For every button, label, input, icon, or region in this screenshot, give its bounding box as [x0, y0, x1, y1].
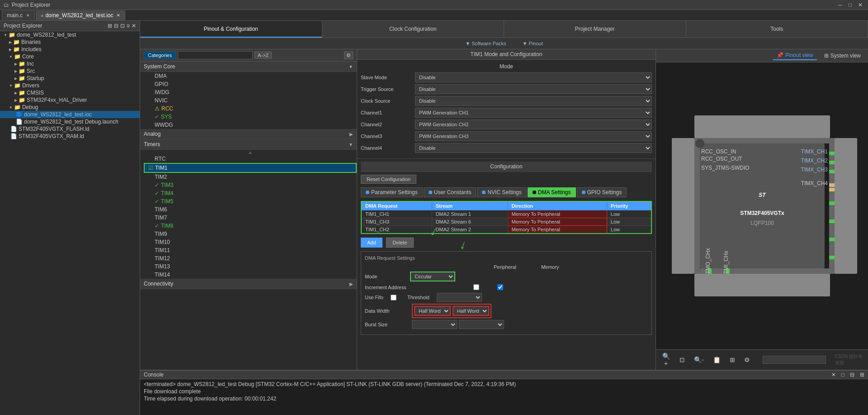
- sub-pinout[interactable]: ▼ Pinout: [519, 40, 547, 47]
- tab-close-icon[interactable]: ✕: [26, 13, 30, 18]
- item-tim9[interactable]: TIM9: [144, 230, 357, 238]
- channel4-select[interactable]: Disable: [415, 143, 652, 153]
- sidebar-icon-5[interactable]: ✕: [132, 23, 136, 29]
- item-tim10[interactable]: TIM10: [144, 238, 357, 246]
- maximize-icon[interactable]: □: [847, 2, 854, 8]
- settings-button[interactable]: ⚙: [742, 355, 752, 364]
- peripheral-inc-checkbox[interactable]: [473, 284, 479, 290]
- tab-parameter-settings[interactable]: Parameter Settings: [361, 187, 423, 197]
- tab-main-c[interactable]: main.c ✕: [2, 10, 35, 20]
- zoom-in-button[interactable]: 🔍+: [660, 352, 672, 368]
- item-tim4[interactable]: ✓TIM4: [144, 189, 357, 197]
- tab-tools[interactable]: Tools: [686, 21, 868, 38]
- table-row[interactable]: TIM1_CH3 DMA2 Stream 6 Memory To Periphe…: [361, 218, 651, 226]
- delete-button[interactable]: Delete: [386, 238, 414, 248]
- tab-project-manager[interactable]: Project Manager: [504, 21, 686, 38]
- data-width-memory-select[interactable]: Half Word Byte Word: [453, 306, 489, 316]
- tree-inc[interactable]: ▶ 📁 Inc: [0, 60, 140, 67]
- console-icon-4[interactable]: ⊞: [860, 372, 864, 378]
- trigger-source-select[interactable]: Disable: [415, 84, 652, 94]
- table-row[interactable]: TIM1_CH2 DMA2 Stream 2 Memory To Periphe…: [361, 226, 651, 234]
- sidebar-icon-3[interactable]: ⊡: [120, 23, 125, 29]
- gear-button[interactable]: ⚙: [344, 52, 353, 59]
- minimize-icon[interactable]: ─: [836, 2, 844, 8]
- close-icon[interactable]: ✕: [856, 2, 864, 8]
- tree-debug-launch[interactable]: 📄 dome_WS2812_led_test Debug.launch: [0, 118, 140, 125]
- item-tim2[interactable]: TIM2: [144, 173, 357, 181]
- tree-core[interactable]: ▼ 📁 Core: [0, 53, 140, 60]
- tree-root[interactable]: ▼ 📁 dome_WS2812_led_test: [0, 31, 140, 38]
- tab-gpio-settings[interactable]: GPIO Settings: [577, 187, 627, 197]
- section-analog[interactable]: Analog ▶: [140, 129, 357, 139]
- tree-hal-driver[interactable]: ▶ 📁 STM32F4xx_HAL_Driver: [0, 96, 140, 104]
- tab-nvic-settings[interactable]: NVIC Settings: [477, 187, 526, 197]
- system-view-tab[interactable]: ⊞ System view: [821, 51, 864, 60]
- search-input[interactable]: [178, 51, 253, 59]
- tab-user-constants[interactable]: User Constants: [424, 187, 476, 197]
- tree-cmsis[interactable]: ▶ 📁 CMSIS: [0, 89, 140, 96]
- item-tim11[interactable]: TIM11: [144, 246, 357, 254]
- item-rcc[interactable]: ⚠RCC: [144, 105, 357, 113]
- console-icon-3[interactable]: ⊟: [850, 372, 854, 378]
- pinout-view-tab[interactable]: 📌 Pinout view: [773, 51, 816, 60]
- tree-startup[interactable]: ▶ 📁 Startup: [0, 75, 140, 82]
- sub-software-packs[interactable]: ▼ Software Packs: [462, 40, 509, 47]
- tree-binaries[interactable]: ▶ 📁 Binaries: [0, 38, 140, 46]
- add-button[interactable]: Add: [361, 238, 382, 248]
- data-width-peripheral-select[interactable]: Half Word Byte Word: [414, 306, 451, 316]
- memory-inc-checkbox[interactable]: [497, 284, 503, 290]
- item-tim1[interactable]: ☑TIM1: [144, 163, 357, 173]
- console-icon-2[interactable]: □: [841, 372, 844, 378]
- use-fifo-checkbox[interactable]: [391, 295, 396, 301]
- item-rtc[interactable]: RTC: [144, 155, 357, 163]
- slave-mode-select[interactable]: Disable: [415, 72, 652, 82]
- tree-flash-ld[interactable]: 📄 STM32F405VGTX_FLASH.ld: [0, 125, 140, 133]
- tab-pinout-config[interactable]: Pinout & Configuration: [140, 21, 322, 38]
- item-gpio[interactable]: GPIO: [144, 80, 357, 88]
- tab-ioc[interactable]: ● dome_WS2812_led_test.ioc ✕: [36, 10, 125, 20]
- reset-configuration-button[interactable]: Reset Configuration: [361, 175, 416, 184]
- tree-src[interactable]: ▶ 📁 Src: [0, 67, 140, 75]
- burst-size-peripheral-select[interactable]: [412, 320, 457, 329]
- categories-button[interactable]: Categories: [144, 52, 176, 59]
- tree-ioc-file[interactable]: 🔵 dome_WS2812_led_test.ioc: [0, 111, 140, 118]
- tab-clock-config[interactable]: Clock Configuration: [322, 21, 505, 38]
- item-wwdg[interactable]: WWDG: [144, 121, 357, 129]
- item-sys[interactable]: ✓SYS: [144, 113, 357, 121]
- table-row[interactable]: TIM1_CH1 DMA2 Stream 1 Memory To Periphe…: [361, 210, 651, 218]
- section-timers[interactable]: Timers ▼: [140, 139, 357, 150]
- item-tim5[interactable]: ✓TIM5: [144, 197, 357, 205]
- channel1-select[interactable]: PWM Generation CH1: [415, 108, 652, 118]
- section-connectivity[interactable]: Connectivity ▶: [140, 279, 357, 289]
- tree-includes[interactable]: ▶ 📁 Includes: [0, 46, 140, 53]
- copy-button[interactable]: 📋: [711, 355, 722, 364]
- zoom-out-button[interactable]: 🔍-: [692, 355, 706, 364]
- tab-close-icon[interactable]: ✕: [117, 13, 120, 18]
- mode-select[interactable]: Circular Normal: [410, 272, 455, 281]
- console-icon-1[interactable]: ✕: [831, 372, 836, 378]
- item-iwdg[interactable]: IWDG: [144, 88, 357, 96]
- section-system-core[interactable]: System Core ▼: [140, 62, 357, 72]
- item-tim8[interactable]: ✓TIM8: [144, 222, 357, 230]
- item-tim14[interactable]: TIM14: [144, 271, 357, 279]
- grid-button[interactable]: ⊞: [728, 355, 737, 364]
- sidebar-icon-2[interactable]: ⊟: [114, 23, 118, 29]
- item-tim12[interactable]: TIM12: [144, 254, 357, 262]
- tab-dma-settings[interactable]: DMA Settings: [528, 187, 576, 197]
- tree-drivers[interactable]: ▼ 📁 Drivers: [0, 82, 140, 89]
- item-tim13[interactable]: TIM13: [144, 262, 357, 271]
- tree-debug[interactable]: ▼ 📁 Debug: [0, 104, 140, 111]
- fit-button[interactable]: ⊡: [678, 355, 687, 364]
- channel2-select[interactable]: PWM Generation CH2: [415, 119, 652, 129]
- tree-ram-ld[interactable]: 📄 STM32F405VGTX_RAM.ld: [0, 133, 140, 140]
- az-button[interactable]: A->Z: [255, 52, 272, 59]
- pinout-search-input[interactable]: [763, 356, 826, 364]
- channel3-select[interactable]: PWM Generation CH3: [415, 131, 652, 141]
- item-tim6[interactable]: TIM6: [144, 205, 357, 214]
- threshold-select[interactable]: [437, 293, 482, 302]
- item-tim7[interactable]: TIM7: [144, 214, 357, 222]
- sidebar-icon-4[interactable]: ≡: [127, 23, 130, 29]
- item-dma[interactable]: DMA: [144, 72, 357, 80]
- item-nvic[interactable]: NVIC: [144, 96, 357, 105]
- item-tim3[interactable]: ✓TIM3: [144, 181, 357, 189]
